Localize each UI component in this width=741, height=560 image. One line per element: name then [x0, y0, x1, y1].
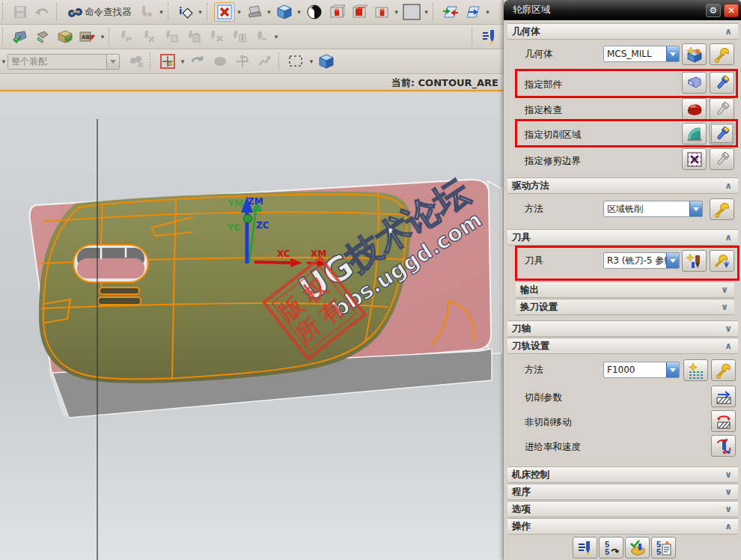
collapse-icon[interactable]: ∧: [725, 341, 732, 351]
generate-button[interactable]: [573, 537, 597, 559]
expand-icon[interactable]: ∨: [725, 487, 732, 497]
collapse-icon[interactable]: ∧: [725, 26, 732, 37]
marquee-select-icon[interactable]: [286, 52, 307, 71]
move-object-icon[interactable]: [232, 52, 253, 71]
tool-settings-button[interactable]: [710, 250, 734, 272]
find-in-assembly-icon[interactable]: [126, 52, 147, 71]
assembly-scope-combo[interactable]: 整个装配: [7, 54, 120, 70]
section-options[interactable]: 选项 ∨: [507, 501, 738, 517]
blank-view-icon[interactable]: [401, 2, 422, 22]
edit-display-dropdown[interactable]: ▾: [99, 33, 106, 40]
generate-toolpath-icon[interactable]: [479, 27, 500, 46]
wireframe-solid-icon[interactable]: [349, 2, 370, 22]
tool-generic-icon[interactable]: [251, 27, 272, 46]
section-tool[interactable]: 刀具 ∧: [507, 229, 738, 246]
wireframe-dropdown[interactable]: ▾: [393, 8, 400, 16]
section-tool-change[interactable]: 换刀设置 ∨: [516, 299, 734, 315]
selection-filter-dropdown[interactable]: ▾: [158, 8, 165, 16]
section-geometry[interactable]: 几何体 ∧: [507, 23, 738, 40]
save-icon[interactable]: [10, 2, 31, 22]
snap-point-dropdown[interactable]: ▾: [179, 58, 186, 65]
drive-method-combo-arrow[interactable]: [689, 201, 702, 216]
tool-combo-arrow[interactable]: [666, 253, 679, 268]
path-method-combo-arrow[interactable]: [666, 362, 679, 377]
expand-icon[interactable]: ∨: [725, 469, 732, 480]
section-machine-control[interactable]: 机床控制 ∨: [507, 466, 738, 483]
tool-generic-dropdown[interactable]: ▾: [272, 33, 280, 40]
robot-icon[interactable]: [254, 52, 275, 71]
shaded-cube-icon[interactable]: [316, 52, 337, 71]
collapse-icon[interactable]: ∧: [725, 180, 732, 191]
assembly-scope-arrow[interactable]: [106, 55, 119, 69]
edit-geometry-button[interactable]: [710, 43, 734, 65]
collapse-icon[interactable]: ∧: [725, 232, 732, 243]
wireframe-hidden-icon[interactable]: [326, 2, 347, 22]
highlight-check-button[interactable]: [710, 98, 734, 120]
undo-icon[interactable]: [32, 2, 53, 22]
section-actions[interactable]: 操作 ∧: [507, 518, 738, 535]
collapse-icon[interactable]: ∧: [725, 521, 732, 532]
section-program[interactable]: 程序 ∨: [507, 484, 738, 500]
select-part-button[interactable]: [682, 72, 707, 94]
expand-icon[interactable]: ∨: [725, 504, 732, 514]
geometry-combo[interactable]: MCS_MILL: [603, 46, 680, 62]
shaded-view-icon[interactable]: [274, 2, 295, 22]
tool-paste-icon[interactable]: [183, 27, 204, 46]
drive-method-combo[interactable]: 区域铣削: [603, 201, 703, 217]
rotate-view-icon[interactable]: [187, 52, 208, 71]
tool-info-icon[interactable]: i: [228, 27, 249, 46]
section-tool-axis[interactable]: 刀轴 ∨: [507, 320, 738, 337]
new-geometry-button[interactable]: [682, 43, 707, 65]
tool-cut-icon[interactable]: [138, 27, 159, 46]
shaded-view-dropdown[interactable]: ▾: [296, 8, 303, 16]
section-view-icon[interactable]: [440, 2, 461, 22]
non-cutting-button[interactable]: [711, 410, 736, 432]
expand-icon[interactable]: ∨: [721, 284, 728, 295]
feeds-speeds-button[interactable]: [711, 435, 736, 457]
view-style-icon[interactable]: [304, 2, 325, 22]
info-icon[interactable]: i: [175, 2, 196, 22]
show-blank-icon[interactable]: [55, 27, 76, 46]
highlight-trim-button[interactable]: [710, 148, 734, 170]
show-hide-dropdown[interactable]: ▾: [236, 8, 243, 16]
selection-filter-icon[interactable]: ✕: [136, 2, 157, 22]
section-plane-icon[interactable]: [463, 2, 484, 22]
highlight-cut-area-button[interactable]: [710, 123, 734, 144]
scroll-wheel-hole[interactable]: [73, 245, 148, 282]
dialog-close-icon[interactable]: ✕: [724, 4, 739, 17]
section-path-settings[interactable]: 刀轨设置 ∧: [507, 338, 738, 354]
object-display-icon[interactable]: [244, 2, 265, 22]
select-check-button[interactable]: [682, 98, 707, 120]
select-cut-area-button[interactable]: [682, 123, 707, 144]
command-finder-button[interactable]: 命令查找器: [64, 2, 135, 22]
pan-view-icon[interactable]: [210, 52, 231, 71]
new-tool-button[interactable]: [682, 250, 707, 272]
marquee-select-dropdown[interactable]: ▾: [308, 58, 315, 65]
cutting-params-button[interactable]: [711, 386, 736, 407]
verify-button[interactable]: [625, 537, 650, 559]
wireframe-dashed-icon[interactable]: [371, 2, 392, 22]
edit-method-button[interactable]: [683, 359, 708, 381]
blank-view-dropdown[interactable]: ▾: [423, 8, 430, 16]
info-dropdown[interactable]: ▾: [197, 8, 204, 16]
geometry-combo-arrow[interactable]: [666, 46, 679, 61]
edit-part-icon[interactable]: [32, 27, 53, 46]
highlight-part-button[interactable]: [710, 72, 734, 94]
section-output[interactable]: 输出 ∨: [516, 281, 734, 298]
section-plane-dropdown[interactable]: ▾: [484, 8, 492, 16]
tool-wrench-icon[interactable]: [116, 27, 137, 46]
select-trim-boundary-button[interactable]: [682, 148, 707, 170]
snap-point-icon[interactable]: [157, 52, 178, 71]
expand-icon[interactable]: ∨: [725, 323, 732, 334]
expand-icon[interactable]: ∨: [721, 302, 728, 312]
section-drive-method[interactable]: 驱动方法 ∧: [507, 177, 738, 194]
scope-stub-dropdown[interactable]: ▾: [0, 58, 7, 65]
tool-delete-icon[interactable]: [206, 27, 227, 46]
edit-path-method-button[interactable]: [711, 359, 736, 381]
tool-combo[interactable]: R3 (铣刀-5 参数: [603, 252, 680, 269]
tool-copy-icon[interactable]: [161, 27, 182, 46]
object-display-dropdown[interactable]: ▾: [266, 8, 273, 16]
path-method-combo[interactable]: F1000: [603, 362, 680, 378]
list-button[interactable]: 55: [651, 537, 676, 559]
edit-display-abc-icon[interactable]: ABC: [77, 27, 98, 46]
